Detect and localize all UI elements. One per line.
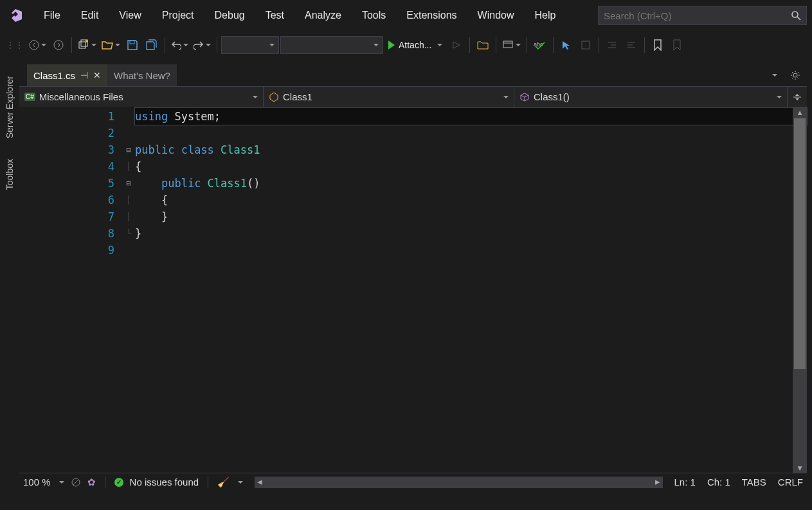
fold-toggle[interactable]: ⊟: [122, 141, 135, 158]
menu-project[interactable]: Project: [152, 6, 204, 25]
zoom-level[interactable]: 100 %: [23, 477, 51, 487]
save-button[interactable]: [123, 36, 141, 54]
line-number: 6: [19, 192, 122, 208]
drag-handle-icon: ⋮⋮: [4, 36, 26, 54]
scroll-down-icon[interactable]: ▾: [793, 462, 807, 473]
svg-point-2: [30, 41, 39, 50]
spell-check-button[interactable]: abc: [531, 36, 549, 54]
document-area: Class1.cs ⊣ ✕ What's New? C# Miscellaneo…: [19, 64, 807, 491]
menu-window[interactable]: Window: [467, 6, 525, 25]
browser-link-button[interactable]: [500, 36, 523, 54]
error-lens-icon[interactable]: [71, 477, 81, 487]
menu-file[interactable]: File: [33, 6, 71, 25]
line-number: 8: [19, 225, 122, 242]
toolbox-tab[interactable]: Toolbox: [2, 152, 17, 196]
vertical-scrollbar[interactable]: ▴ ▾: [793, 107, 807, 473]
split-editor-button[interactable]: [788, 87, 807, 107]
pin-icon[interactable]: ⊣: [80, 70, 88, 80]
search-input[interactable]: [604, 10, 791, 21]
class-icon: [269, 92, 279, 102]
code-lines[interactable]: using System;public class Class1{ public…: [135, 107, 807, 473]
svg-line-21: [73, 480, 78, 485]
indent-button: [603, 36, 621, 54]
menu-debug[interactable]: Debug: [204, 6, 255, 25]
brain-icon[interactable]: ✿: [87, 477, 96, 488]
menu-view[interactable]: View: [109, 6, 151, 25]
svg-rect-4: [79, 42, 86, 48]
code-line[interactable]: [135, 242, 807, 259]
menu-help[interactable]: Help: [525, 6, 566, 25]
cursor-select-button[interactable]: [557, 36, 575, 54]
check-icon: ✓: [114, 478, 123, 487]
code-line[interactable]: public class Class1: [135, 141, 807, 158]
find-in-files-button[interactable]: [474, 36, 492, 54]
menu-analyze[interactable]: Analyze: [294, 6, 352, 25]
line-gutter: 1 2 3 4 5 6 7 8 9: [19, 107, 122, 473]
settings-icon[interactable]: [786, 66, 804, 84]
redo-button[interactable]: [192, 36, 213, 54]
code-line[interactable]: {: [135, 192, 807, 208]
toolbar: ⋮⋮ Attach... abc: [0, 31, 812, 59]
cursor-col: Ch: 1: [707, 477, 730, 487]
tab-class1[interactable]: Class1.cs ⊣ ✕: [27, 64, 107, 86]
class-combo[interactable]: Class1: [264, 87, 514, 107]
menu-tools[interactable]: Tools: [352, 6, 396, 25]
line-number: 7: [19, 208, 122, 225]
open-file-button[interactable]: [100, 36, 122, 54]
code-line[interactable]: [135, 125, 807, 141]
code-line[interactable]: {: [135, 158, 807, 175]
cleanup-icon[interactable]: 🧹: [217, 477, 230, 488]
search-icon: [791, 10, 801, 21]
menu-edit[interactable]: Edit: [71, 6, 109, 25]
next-bookmark-button: [668, 36, 686, 54]
scope-combo[interactable]: C# Miscellaneous Files: [19, 87, 264, 107]
platform-dropdown[interactable]: [280, 36, 383, 54]
tab-whatsnew[interactable]: What's New?: [107, 64, 177, 86]
code-line[interactable]: }: [135, 208, 807, 225]
scroll-thumb[interactable]: [794, 118, 806, 369]
nav-back-button[interactable]: [27, 36, 48, 54]
menu-items: File Edit View Project Debug Test Analyz…: [33, 6, 566, 25]
nav-forward-button[interactable]: [50, 36, 68, 54]
line-number: 1: [19, 108, 122, 125]
csharp-icon: C#: [24, 93, 35, 101]
attach-debugger-button[interactable]: Attach...: [384, 36, 446, 54]
server-explorer-tab[interactable]: Server Explorer: [2, 69, 17, 145]
config-dropdown[interactable]: [221, 36, 279, 54]
active-files-dropdown[interactable]: [764, 66, 782, 84]
save-all-button[interactable]: [143, 36, 161, 54]
fold-toggle[interactable]: ⊟: [122, 175, 135, 192]
member-label: Class1(): [534, 91, 570, 102]
search-box[interactable]: [598, 6, 807, 25]
svg-point-6: [86, 40, 88, 42]
svg-point-0: [792, 12, 798, 17]
menu-test[interactable]: Test: [255, 6, 294, 25]
undo-button[interactable]: [169, 36, 190, 54]
start-without-debug-button: [447, 36, 465, 54]
cursor-line: Ln: 1: [674, 477, 696, 487]
line-number: 5: [19, 175, 122, 192]
new-project-button[interactable]: [76, 36, 98, 54]
code-line[interactable]: public Class1(): [135, 175, 807, 192]
code-line[interactable]: }: [135, 225, 807, 242]
code-line[interactable]: using System;: [135, 108, 807, 125]
menu-extensions[interactable]: Extensions: [396, 6, 467, 25]
scope-label: Miscellaneous Files: [39, 91, 123, 102]
side-panel-tabs: Server Explorer Toolbox: [0, 64, 19, 197]
close-icon[interactable]: ✕: [93, 70, 101, 80]
outdent-button: [622, 36, 640, 54]
attach-label: Attach...: [399, 40, 431, 50]
document-tabs: Class1.cs ⊣ ✕ What's New?: [19, 64, 807, 86]
bookmark-button[interactable]: [649, 36, 667, 54]
fold-column: ⊟ │ ⊟ │ │ └: [122, 107, 135, 473]
scroll-up-icon[interactable]: ▴: [793, 107, 807, 117]
svg-point-3: [54, 41, 63, 50]
navigation-bar: C# Miscellaneous Files Class1 Class1(): [19, 86, 807, 107]
indent-mode[interactable]: TABS: [742, 477, 766, 487]
member-combo[interactable]: Class1(): [514, 87, 788, 107]
eol-mode[interactable]: CRLF: [778, 477, 803, 487]
issues-label[interactable]: No issues found: [130, 477, 199, 487]
svg-rect-8: [503, 41, 512, 48]
horizontal-scrollbar[interactable]: [255, 477, 662, 488]
code-editor[interactable]: 1 2 3 4 5 6 7 8 9 ⊟ │ ⊟ │ │ └ using Syst…: [19, 107, 807, 473]
